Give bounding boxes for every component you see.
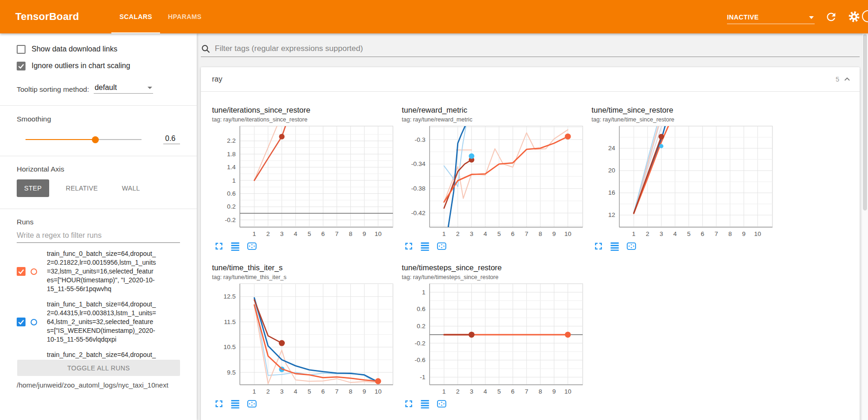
show-download-links-checkbox[interactable]: [17, 45, 26, 54]
svg-text:7: 7: [335, 230, 339, 237]
data-download-icon[interactable]: [230, 241, 240, 251]
ray-section-header[interactable]: ray 5: [201, 67, 860, 92]
run-checkbox[interactable]: [17, 267, 26, 276]
svg-text:12: 12: [608, 211, 615, 218]
svg-text:-0.3: -0.3: [415, 136, 425, 143]
chart-plot[interactable]: 2.21.81.410.60.2-0.212345678910: [212, 125, 395, 239]
chart-card-tune-reward-metric: tune/reward_metrictag: ray/tune/reward_m…: [402, 106, 585, 251]
svg-text:7: 7: [525, 230, 528, 237]
sidebar: Show data download links Ignore outliers…: [0, 33, 197, 420]
main-area: ray 5 tune/iterations_since_restoretag: …: [197, 33, 868, 420]
svg-text:1.8: 1.8: [227, 151, 236, 158]
fit-domain-icon[interactable]: [626, 241, 637, 251]
run-checkbox[interactable]: [17, 318, 26, 326]
svg-text:0.2: 0.2: [417, 323, 425, 330]
svg-text:9: 9: [553, 388, 556, 395]
status-select-value: INACTIVE: [727, 13, 759, 21]
chevron-up-icon[interactable]: [842, 74, 852, 84]
fit-domain-icon[interactable]: [246, 241, 257, 251]
svg-text:1: 1: [252, 388, 256, 395]
run-radio[interactable]: [31, 268, 37, 275]
run-name: train_func_2_batch_size=64,dropout_2=: [47, 350, 156, 360]
expand-chart-icon[interactable]: [214, 241, 224, 251]
checkbox-label: Ignore outliers in chart scaling: [32, 62, 130, 70]
chart-toolbar: [593, 241, 774, 251]
svg-text:0.2: 0.2: [227, 203, 236, 210]
chart-plot[interactable]: 2420161212345678910: [592, 125, 774, 239]
expand-chart-icon[interactable]: [404, 399, 414, 409]
data-download-icon[interactable]: [610, 241, 620, 251]
chart-plot[interactable]: 10.60.2-0.2-0.6-112345678910: [402, 283, 585, 397]
data-download-icon[interactable]: [230, 399, 240, 409]
chevron-down-icon: [148, 87, 152, 89]
svg-text:6: 6: [321, 388, 325, 395]
chart-tag: tag: ray/tune/time_this_iter_s: [212, 274, 395, 280]
chart-tag: tag: ray/tune/timesteps_since_restore: [402, 274, 585, 280]
ignore-outliers-checkbox[interactable]: [17, 62, 26, 70]
scrollbar-thumb[interactable]: [863, 34, 867, 210]
runs-label: Runs: [17, 218, 180, 226]
app-header: TensorBoard SCALARSHPARAMS INACTIVE: [0, 0, 868, 33]
toggle-all-runs-button[interactable]: TOGGLE ALL RUNS: [17, 360, 180, 376]
svg-text:10: 10: [374, 388, 381, 395]
run-radio[interactable]: [31, 319, 37, 325]
svg-text:1: 1: [232, 177, 236, 184]
svg-text:8: 8: [349, 230, 353, 237]
axis-mode-wall[interactable]: WALL: [115, 179, 148, 197]
chart-tag: tag: ray/tune/reward_metric: [402, 116, 585, 123]
svg-text:9: 9: [742, 230, 746, 237]
svg-text:7: 7: [335, 388, 339, 395]
svg-text:6: 6: [511, 388, 515, 395]
refresh-icon[interactable]: [825, 11, 837, 23]
chart-toolbar: [214, 399, 395, 409]
expand-chart-icon[interactable]: [593, 241, 604, 251]
slider-knob[interactable]: [92, 136, 99, 143]
chart-tag: tag: ray/tune/iterations_since_restore: [212, 116, 395, 123]
svg-text:6: 6: [701, 230, 705, 237]
fit-domain-icon[interactable]: [436, 241, 447, 251]
svg-text:7: 7: [525, 388, 528, 395]
runs-filter-input[interactable]: [17, 231, 180, 240]
svg-text:10: 10: [564, 230, 571, 237]
chart-plot[interactable]: 12.511.510.59.512345678910: [212, 283, 395, 397]
smoothing-value[interactable]: 0.6: [163, 134, 180, 144]
svg-text:0.6: 0.6: [417, 305, 425, 312]
runs-list: train_func_0_batch_size=64,dropout_2=0.2…: [17, 249, 180, 360]
smoothing-slider[interactable]: [26, 136, 141, 143]
chart-toolbar: [404, 241, 585, 251]
tooltip-sorting-select[interactable]: default: [94, 83, 153, 94]
svg-text:12.5: 12.5: [224, 293, 236, 300]
tab-hparams[interactable]: HPARAMS: [160, 0, 210, 33]
expand-chart-icon[interactable]: [404, 241, 414, 251]
status-select[interactable]: INACTIVE: [727, 9, 815, 24]
chart-card-tune-time-this-iter-s: tune/time_this_iter_stag: ray/tune/time_…: [212, 263, 395, 409]
svg-text:-1: -1: [420, 374, 425, 381]
ray-section-card: ray 5 tune/iterations_since_restoretag: …: [201, 67, 860, 420]
svg-text:5: 5: [308, 230, 311, 237]
svg-text:11.5: 11.5: [224, 318, 236, 325]
data-download-icon[interactable]: [420, 241, 430, 251]
svg-text:3: 3: [660, 230, 663, 237]
scrollbar[interactable]: [862, 33, 868, 420]
section-title: ray: [212, 75, 222, 83]
expand-chart-icon[interactable]: [214, 399, 224, 409]
charts-grid: tune/iterations_since_restoretag: ray/tu…: [201, 92, 860, 409]
search-icon: [201, 44, 211, 54]
chart-toolbar: [404, 399, 585, 409]
checkbox-label: Show data download links: [32, 45, 117, 53]
svg-text:9: 9: [363, 388, 366, 395]
chart-plot[interactable]: -0.3-0.34-0.38-0.4212345678910: [402, 125, 585, 239]
svg-text:3: 3: [470, 388, 474, 395]
tag-filter-input[interactable]: [215, 44, 860, 53]
svg-text:4: 4: [294, 230, 297, 237]
fit-domain-icon[interactable]: [436, 399, 447, 409]
chart-card-tune-iterations-since-restore: tune/iterations_since_restoretag: ray/tu…: [212, 106, 395, 251]
axis-mode-relative[interactable]: RELATIVE: [58, 179, 105, 197]
axis-mode-step[interactable]: STEP: [17, 179, 49, 197]
fit-domain-icon[interactable]: [246, 399, 257, 409]
svg-text:5: 5: [687, 230, 691, 237]
gear-icon[interactable]: [848, 10, 861, 23]
tab-scalars[interactable]: SCALARS: [111, 0, 160, 33]
data-download-icon[interactable]: [420, 399, 430, 409]
runs-filter: [17, 231, 180, 243]
